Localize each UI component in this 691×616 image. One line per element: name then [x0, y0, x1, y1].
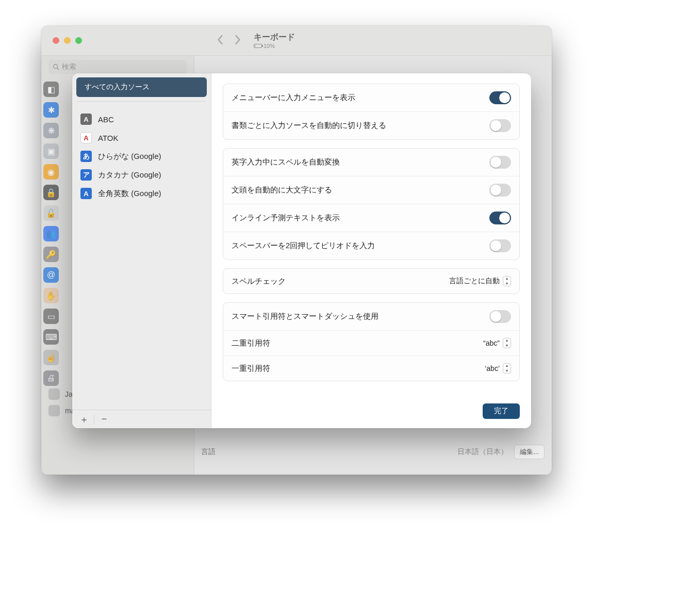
single-quote-row: 一重引用符 ‘abc’ ▴▾ [223, 355, 519, 381]
double-quote-row: 二重引用符 “abc” ▴▾ [223, 330, 519, 355]
input-source-icon: あ [80, 151, 92, 162]
input-source-icon: A [80, 132, 92, 143]
input-sources-header[interactable]: すべての入力ソース [76, 77, 207, 97]
setting-row: スペースバーを2回押してピリオドを入力 [223, 232, 519, 260]
setting-toggle[interactable] [489, 184, 511, 197]
settings-group-menubar: メニューバーに入力メニューを表示書類ごとに入力ソースを自動的に切り替える [223, 84, 520, 140]
updown-icon: ▴▾ [503, 363, 511, 374]
input-sources-panel: すべての入力ソース AABCAATOKあひらがな (Google)アカタカナ (… [72, 73, 211, 428]
setting-label: 文頭を自動的に大文字にする [232, 185, 332, 195]
setting-toggle[interactable] [489, 212, 511, 224]
settings-group-spellcheck: スペルチェック 言語ごとに自動 ▴▾ [223, 268, 520, 294]
input-source-icon: A [80, 114, 92, 125]
done-button[interactable]: 完了 [483, 403, 520, 419]
input-source-label: ひらがな (Google) [98, 152, 161, 161]
input-source-item[interactable]: AATOK [76, 128, 207, 147]
settings-group-quotes: スマート引用符とスマートダッシュを使用 二重引用符 “abc” ▴▾ 一重引用符… [223, 302, 520, 381]
setting-row: 英字入力中にスペルを自動変換 [223, 149, 519, 176]
input-source-item[interactable]: アカタカナ (Google) [76, 166, 207, 184]
setting-row: 書類ごとに入力ソースを自動的に切り替える [223, 111, 519, 139]
double-quote-value: “abc” [483, 339, 500, 347]
input-source-label: ATOK [98, 134, 118, 142]
setting-label: インライン予測テキストを表示 [232, 213, 340, 223]
setting-row: インライン予測テキストを表示 [223, 204, 519, 232]
setting-row: 文頭を自動的に大文字にする [223, 176, 519, 204]
input-sources-list: AABCAATOKあひらがな (Google)アカタカナ (Google)A全角… [72, 107, 211, 410]
smartquotes-row: スマート引用符とスマートダッシュを使用 [223, 303, 519, 330]
input-sources-footer: ＋ − [72, 410, 211, 428]
updown-icon: ▴▾ [503, 338, 511, 348]
setting-label: スペースバーを2回押してピリオドを入力 [232, 241, 375, 251]
spellcheck-row: スペルチェック 言語ごとに自動 ▴▾ [223, 269, 519, 294]
input-source-item[interactable]: あひらがな (Google) [76, 147, 207, 166]
spellcheck-select[interactable]: 言語ごとに自動 ▴▾ [449, 276, 511, 286]
single-quote-select[interactable]: ‘abc’ ▴▾ [485, 363, 511, 374]
setting-toggle[interactable] [489, 239, 511, 252]
smartquotes-toggle[interactable] [489, 310, 511, 323]
spellcheck-value: 言語ごとに自動 [449, 277, 500, 286]
smartquotes-label: スマート引用符とスマートダッシュを使用 [232, 312, 379, 321]
input-source-label: 全角英数 (Google) [98, 189, 161, 199]
input-source-icon: A [80, 188, 92, 199]
settings-group-typing: 英字入力中にスペルを自動変換文頭を自動的に大文字にするインライン予測テキストを表… [223, 148, 520, 260]
input-source-label: カタカナ (Google) [98, 170, 161, 180]
double-quote-label: 二重引用符 [232, 338, 270, 348]
add-source-button[interactable]: ＋ [77, 413, 91, 426]
single-quote-value: ‘abc’ [485, 364, 500, 372]
setting-row: メニューバーに入力メニューを表示 [223, 84, 519, 111]
setting-label: メニューバーに入力メニューを表示 [232, 93, 355, 103]
input-source-label: ABC [98, 115, 114, 124]
input-source-icon: ア [80, 169, 92, 181]
setting-label: 英字入力中にスペルを自動変換 [232, 157, 340, 167]
setting-label: 書類ごとに入力ソースを自動的に切り替える [232, 121, 386, 131]
input-source-item[interactable]: AABC [76, 110, 207, 128]
input-sources-sheet: すべての入力ソース AABCAATOKあひらがな (Google)アカタカナ (… [72, 73, 531, 428]
setting-toggle[interactable] [489, 119, 511, 132]
input-settings-panel: メニューバーに入力メニューを表示書類ごとに入力ソースを自動的に切り替える 英字入… [211, 73, 531, 428]
double-quote-select[interactable]: “abc” ▴▾ [483, 338, 511, 348]
spellcheck-label: スペルチェック [232, 277, 286, 286]
updown-icon: ▴▾ [503, 276, 511, 286]
input-source-item[interactable]: A全角英数 (Google) [76, 184, 207, 203]
setting-toggle[interactable] [489, 156, 511, 169]
single-quote-label: 一重引用符 [232, 364, 270, 374]
settings-window: キーボード 10% 検索 ◧ ✱ ❋ ▣ ◉ 🔒 [41, 26, 552, 475]
remove-source-button[interactable]: − [97, 413, 111, 426]
setting-toggle[interactable] [489, 91, 511, 104]
